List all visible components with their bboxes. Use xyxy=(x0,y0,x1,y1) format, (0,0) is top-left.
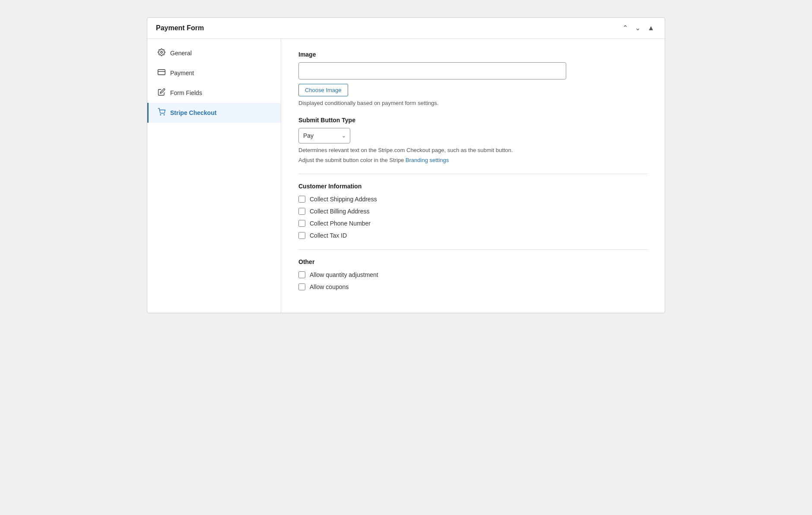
sidebar-item-general-label: General xyxy=(170,50,192,57)
collect-tax-id-item: Collect Tax ID xyxy=(298,232,647,239)
branding-settings-link[interactable]: Branding settings xyxy=(406,157,449,163)
sidebar-item-stripe-checkout-label: Stripe Checkout xyxy=(170,109,216,116)
sidebar: General Payment Form F xyxy=(147,39,281,313)
main-content: Image Choose Image Displayed conditional… xyxy=(281,39,665,313)
panel-body: General Payment Form F xyxy=(147,39,665,313)
panel-down-button[interactable]: ⌄ xyxy=(633,24,642,32)
collect-shipping-label[interactable]: Collect Shipping Address xyxy=(310,196,377,203)
panel-up-button[interactable]: ⌃ xyxy=(621,24,630,32)
submit-type-select[interactable]: Pay Book Donate Subscribe xyxy=(298,128,350,143)
allow-coupons-item: Allow coupons xyxy=(298,283,647,290)
image-field-group: Image Choose Image Displayed conditional… xyxy=(298,51,647,106)
allow-coupons-label[interactable]: Allow coupons xyxy=(310,283,349,290)
sidebar-item-payment[interactable]: Payment xyxy=(147,63,281,83)
panel-collapse-button[interactable]: ▲ xyxy=(646,24,656,32)
credit-card-icon xyxy=(157,68,166,78)
submit-button-type-group: Submit Button Type Pay Book Donate Subsc… xyxy=(298,117,647,163)
customer-information-title: Customer Information xyxy=(298,183,647,190)
divider-2 xyxy=(298,249,647,250)
gear-icon xyxy=(157,48,166,58)
svg-point-4 xyxy=(164,114,165,115)
panel-title: Payment Form xyxy=(156,24,204,32)
collect-billing-checkbox[interactable] xyxy=(298,208,305,215)
other-title: Other xyxy=(298,258,647,265)
collect-billing-item: Collect Billing Address xyxy=(298,208,647,215)
cart-icon xyxy=(157,108,166,118)
submit-type-select-wrapper: Pay Book Donate Subscribe ⌄ xyxy=(298,128,350,143)
collect-phone-label[interactable]: Collect Phone Number xyxy=(310,220,371,227)
divider-1 xyxy=(298,174,647,174)
sidebar-item-stripe-checkout[interactable]: Stripe Checkout xyxy=(147,103,281,123)
submit-button-type-label: Submit Button Type xyxy=(298,117,647,124)
sidebar-item-form-fields[interactable]: Form Fields xyxy=(147,83,281,103)
collect-tax-id-checkbox[interactable] xyxy=(298,232,305,239)
other-group: Other Allow quantity adjustment Allow co… xyxy=(298,258,647,290)
sidebar-item-general[interactable]: General xyxy=(147,43,281,63)
edit-icon xyxy=(157,88,166,98)
allow-quantity-label[interactable]: Allow quantity adjustment xyxy=(310,271,378,278)
collect-phone-checkbox[interactable] xyxy=(298,220,305,227)
allow-quantity-checkbox[interactable] xyxy=(298,271,305,278)
image-input[interactable] xyxy=(298,62,566,79)
allow-coupons-checkbox[interactable] xyxy=(298,283,305,290)
sidebar-item-payment-label: Payment xyxy=(170,70,194,76)
sidebar-item-form-fields-label: Form Fields xyxy=(170,89,202,96)
customer-information-group: Customer Information Collect Shipping Ad… xyxy=(298,183,647,239)
panel-controls: ⌃ ⌄ ▲ xyxy=(621,24,656,32)
svg-point-3 xyxy=(160,114,161,115)
choose-image-button[interactable]: Choose Image xyxy=(298,84,348,96)
other-checkboxes: Allow quantity adjustment Allow coupons xyxy=(298,271,647,290)
collect-phone-item: Collect Phone Number xyxy=(298,220,647,227)
collect-shipping-item: Collect Shipping Address xyxy=(298,196,647,203)
image-label: Image xyxy=(298,51,647,58)
collect-billing-label[interactable]: Collect Billing Address xyxy=(310,208,370,215)
payment-form-panel: Payment Form ⌃ ⌄ ▲ General xyxy=(147,17,665,313)
submit-type-hint1: Determines relevant text on the Stripe.c… xyxy=(298,147,647,153)
collect-tax-id-label[interactable]: Collect Tax ID xyxy=(310,232,347,239)
image-hint: Displayed conditionally based on payment… xyxy=(298,100,647,106)
svg-rect-1 xyxy=(158,70,165,75)
allow-quantity-item: Allow quantity adjustment xyxy=(298,271,647,278)
panel-header: Payment Form ⌃ ⌄ ▲ xyxy=(147,18,665,39)
collect-shipping-checkbox[interactable] xyxy=(298,196,305,203)
submit-type-hint2: Adjust the submit button color in the St… xyxy=(298,157,647,163)
svg-point-0 xyxy=(161,51,163,54)
customer-information-checkboxes: Collect Shipping Address Collect Billing… xyxy=(298,196,647,239)
